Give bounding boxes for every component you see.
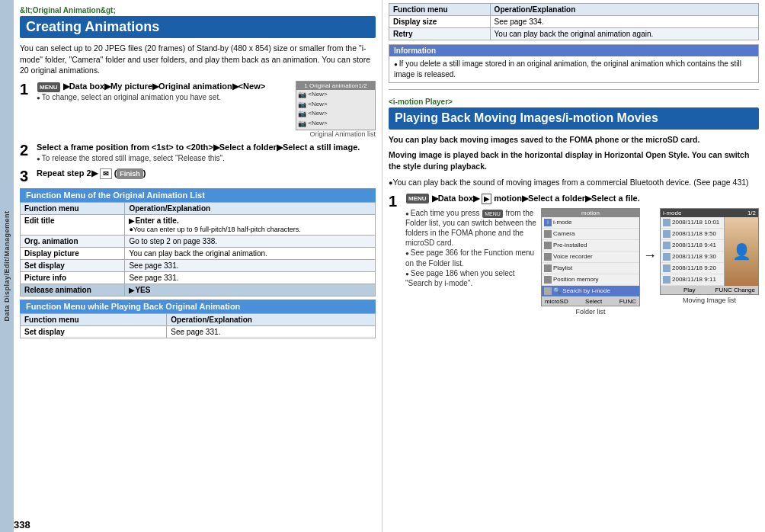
func-edit-title-op: ▶Enter a title.●You can enter up to 9 fu… bbox=[125, 214, 376, 235]
divider bbox=[389, 89, 759, 90]
right-top-table-area: Function menu Operation/Explanation Disp… bbox=[382, 0, 765, 86]
info-box-content: If you delete a still image stored in an… bbox=[389, 56, 758, 82]
moving-bottom-func: FUNC Change bbox=[715, 287, 755, 293]
camera-icon bbox=[544, 230, 552, 238]
microsd-label: microSD bbox=[545, 298, 568, 305]
moving-screen-header: i-mode 1/2 bbox=[661, 209, 758, 217]
func-menu-while-header: Function Menu while Playing Back Origina… bbox=[20, 300, 376, 313]
left-section-tag: &lt;Original Animation&gt; bbox=[20, 6, 376, 14]
page-number: 338 bbox=[0, 516, 382, 532]
moving-row-5: 2008/11/18 9:20 bbox=[661, 263, 724, 274]
func-release-anim-op: ▶YES bbox=[125, 284, 376, 296]
side-label: Data Display/Edit/Management bbox=[3, 210, 11, 321]
right-step-1: 1 MENU ▶Data box▶ ▶ motion▶Select a fold… bbox=[389, 193, 759, 316]
right-note-2: See page 366 for the Function menu on th… bbox=[405, 248, 536, 268]
position-icon bbox=[544, 276, 552, 284]
moving-bottom-play: Play bbox=[683, 287, 696, 293]
func-display-picture-op: You can play back the original animation… bbox=[125, 247, 376, 259]
folder-list-label: Folder list bbox=[541, 308, 640, 316]
phone-row-imode: ii-mode bbox=[542, 217, 639, 229]
right-panel: Function menu Operation/Explanation Disp… bbox=[382, 0, 765, 532]
select-label: Select bbox=[585, 298, 602, 305]
folder-screen-container: motion ii-mode Camera Pre-installed bbox=[541, 208, 640, 316]
playlist-icon bbox=[544, 264, 552, 272]
func-while-header-1: Function menu bbox=[21, 313, 167, 325]
table-row: Display size See page 334. bbox=[389, 16, 759, 28]
func-while-set-display: Set display bbox=[21, 325, 167, 338]
moving-row-6: 2008/11/18 9:11 bbox=[661, 274, 724, 286]
step-3: 3 Repeat step 2▶ ✉ (Finish) bbox=[20, 168, 376, 184]
phone-row-voice: Voice recorder bbox=[542, 252, 639, 263]
moving-screen-title-right: 1/2 bbox=[747, 210, 756, 216]
step-1-num: 1 bbox=[20, 81, 34, 98]
moving-image-content: 2008/11/18 10:01 2008/11/18 9:50 2008/11… bbox=[661, 217, 758, 286]
func-org-anim-op: Go to step 2 on page 338. bbox=[125, 235, 376, 247]
arrow-between-screens: → bbox=[643, 248, 657, 264]
moving-screen-bottom: Play FUNC Change bbox=[661, 286, 758, 294]
person-photo: 👤 bbox=[724, 217, 758, 286]
func-retry-op: You can play back the original animation… bbox=[490, 28, 758, 40]
menu-icon-1: MENU bbox=[37, 82, 60, 92]
sim-screen-header: 1 Original animation1/2 bbox=[296, 82, 375, 90]
folder-screen-bottom: microSD Select FUNC bbox=[542, 297, 639, 306]
video-thumb-5 bbox=[663, 264, 671, 272]
right-note-3: See page 186 when you select "Search by … bbox=[405, 268, 536, 288]
func-edit-title: Edit title bbox=[21, 214, 125, 235]
phone-row-preinstalled: Pre-installed bbox=[542, 240, 639, 252]
func-retry: Retry bbox=[389, 28, 491, 40]
sim-row-4: 📷 <New> bbox=[296, 119, 375, 129]
left-panel: Data Display/Edit/Management &lt;Origina… bbox=[0, 0, 382, 532]
sim-screen: 1 Original animation1/2 📷 <New> 📷 <New> … bbox=[296, 81, 376, 130]
step-3-num: 3 bbox=[20, 168, 34, 184]
func-label: FUNC bbox=[619, 298, 636, 305]
sim-row-3: 📷 <New> bbox=[296, 109, 375, 119]
step-1-content: 1 Original animation1/2 📷 <New> 📷 <New> … bbox=[37, 81, 376, 138]
table-row: Set display See page 331. bbox=[21, 259, 376, 271]
table-row: Org. animation Go to step 2 on page 338. bbox=[21, 235, 376, 247]
info-box: Information If you delete a still image … bbox=[389, 44, 759, 83]
func-set-display-op: See page 331. bbox=[125, 259, 376, 271]
search-folder-icon bbox=[544, 287, 552, 295]
video-thumb-1 bbox=[663, 219, 671, 226]
video-thumb-3 bbox=[663, 242, 671, 249]
step-2-num: 2 bbox=[20, 142, 34, 159]
finish-btn: Finish bbox=[117, 168, 143, 180]
moving-row-3: 2008/11/18 9:41 bbox=[661, 240, 724, 252]
moving-image-screen: i-mode 1/2 2008/11/18 10:01 2008/11/18 9… bbox=[660, 208, 759, 295]
func-display-size-op: See page 334. bbox=[490, 16, 758, 28]
step-3-text: Repeat step 2▶ ✉ (Finish) bbox=[37, 168, 376, 179]
func-set-display: Set display bbox=[21, 259, 125, 271]
right-top-func-table: Function menu Operation/Explanation Disp… bbox=[389, 3, 759, 40]
func-table-header-2: Operation/Explanation bbox=[125, 202, 376, 214]
step-2-content: Select a frame position from <1st> to <2… bbox=[37, 142, 376, 164]
func-release-anim: Release animation bbox=[21, 284, 125, 296]
right-step-notes-area: Each time you press MENU from the Folder… bbox=[405, 208, 759, 316]
phone-screens-area: motion ii-mode Camera Pre-installed bbox=[541, 208, 759, 316]
func-picture-info: Picture info bbox=[21, 271, 125, 284]
right-step-notes: Each time you press MENU from the Folder… bbox=[405, 208, 536, 316]
menu-icon-note: MENU bbox=[482, 210, 503, 218]
right-intro-1: You can play back moving images saved to… bbox=[389, 134, 759, 146]
table-row: Release animation ▶YES bbox=[21, 284, 376, 296]
moving-row-2: 2008/11/18 9:50 bbox=[661, 229, 724, 240]
phone-row-camera: Camera bbox=[542, 229, 639, 240]
motion-icon: ▶ bbox=[482, 194, 491, 204]
moving-image-label: Moving Image list bbox=[660, 296, 759, 304]
left-intro-text: You can select up to 20 JPEG files (20 f… bbox=[20, 43, 376, 76]
func-menu-section-header: Function Menu of the Original Animation … bbox=[20, 188, 376, 202]
step-1: 1 1 Original animation1/2 📷 <New> 📷 <New… bbox=[20, 81, 376, 138]
table-row: Picture info See page 331. bbox=[21, 271, 376, 284]
step-2-note: To release the stored still image, selec… bbox=[37, 153, 376, 163]
sim-row-1: 📷 <New> bbox=[296, 90, 375, 100]
video-thumb-4 bbox=[663, 253, 671, 261]
right-func-header-2: Operation/Explanation bbox=[490, 4, 758, 16]
right-func-header-1: Function menu bbox=[389, 4, 491, 16]
func-while-set-display-op: See page 331. bbox=[167, 325, 376, 338]
folder-screen-title: motion bbox=[542, 209, 639, 217]
func-display-size: Display size bbox=[389, 16, 491, 28]
preinstalled-icon bbox=[544, 242, 552, 249]
func-table-header-1: Function menu bbox=[21, 202, 125, 214]
left-section-title: Creating Animations bbox=[20, 16, 376, 38]
right-intro-2: Moving image is played back in the horiz… bbox=[389, 149, 759, 171]
video-thumb-6 bbox=[663, 276, 671, 284]
